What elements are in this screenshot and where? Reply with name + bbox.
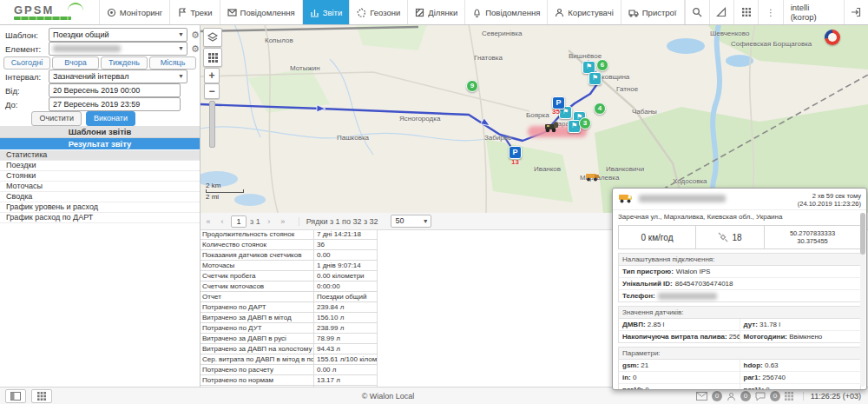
template-wrench-icon[interactable]: ⚙	[191, 30, 200, 41]
action-buttons: Очистити Виконати	[0, 111, 135, 126]
section-engine-hours[interactable]: Моточасы	[0, 182, 200, 192]
cluster-badge[interactable]: 9	[466, 80, 478, 92]
apps-grid-button[interactable]	[31, 389, 52, 403]
event-flag-marker[interactable]: ⚑	[589, 72, 602, 85]
table-row: Счетчик моточасов0:00:00	[201, 281, 378, 292]
report-sections-list: Статистика Поездки Стоянки Моточасы Свод…	[0, 150, 200, 223]
table-row: Моточасы1 днів 9:07:14	[201, 261, 378, 271]
zoom-slider[interactable]	[209, 101, 215, 148]
range-month-button[interactable]: Місяць	[149, 56, 196, 70]
next-page-button[interactable]: ›	[264, 217, 274, 226]
driver-counter-button[interactable]	[727, 392, 736, 401]
execute-button[interactable]: Виконати	[86, 111, 135, 126]
tab-geofences[interactable]: Геозони	[349, 0, 407, 24]
map-refresh-icon[interactable]	[825, 30, 840, 45]
element-wrench-icon[interactable]: ⚙	[191, 43, 200, 55]
map-label: Боярка	[526, 111, 549, 119]
parking-marker[interactable]: P	[509, 146, 522, 159]
rows-info-label: Рядки з 1 по 32 з 32	[299, 217, 378, 226]
redacted-unit-name	[639, 195, 726, 202]
scale-mi-label: 2 mi	[206, 193, 244, 201]
templates-section-header[interactable]: Шаблони звітів	[0, 126, 200, 138]
sensors-box: Значення датчиків: ДМВП: 2.85 l дут: 31.…	[618, 306, 861, 343]
first-page-button[interactable]: «	[203, 217, 214, 226]
template-select[interactable]: Поездки общий▼	[49, 28, 187, 42]
map-canvas[interactable]: Копылов Северинівка Шевченково Софиевска…	[200, 24, 868, 213]
unit-satellites: 18	[696, 226, 765, 248]
tab-areas[interactable]: Ділянки	[407, 0, 464, 24]
prev-page-button[interactable]: ‹	[217, 217, 227, 226]
to-date-input[interactable]: 27 Вересень 2019 23:59	[49, 97, 181, 111]
section-dart-chart[interactable]: График расход по ДАРТ	[0, 213, 200, 223]
apps-button[interactable]	[733, 0, 758, 24]
ruler-button[interactable]	[709, 0, 733, 24]
user-icon	[727, 392, 736, 401]
tab-users[interactable]: Користувачі	[547, 0, 620, 24]
scrollbar-thumb[interactable]	[860, 213, 865, 255]
tab-messages[interactable]: Повідомлення	[220, 0, 302, 24]
cluster-badge[interactable]: 4	[594, 103, 606, 115]
range-today-button[interactable]: Сьогодні	[3, 56, 50, 70]
table-row: Потрачено по ДАРТ239.84 л	[201, 302, 378, 313]
from-date-input[interactable]: 20 Вересень 2019 00:00	[49, 83, 181, 97]
device-type-row: Тип пристрою:Wialon IPS	[619, 266, 860, 278]
user-menu[interactable]: intelli (korop)	[783, 0, 844, 24]
element-select[interactable]: ▼	[49, 42, 187, 56]
truck-icon	[628, 8, 639, 17]
chevron-down-icon: ▼	[178, 70, 184, 83]
top-bar: GPSM Моніторинг Треки Повідомлення Звіти	[0, 0, 868, 25]
interval-select[interactable]: Зазначений інтервал▼	[49, 70, 187, 83]
chat-counter-button[interactable]	[755, 392, 766, 401]
unique-id-row: Унікальний ID:864547036474018	[619, 278, 860, 290]
param-row: gsm: 21 hdop: 0.63	[619, 360, 860, 372]
parking-count-label: 13	[511, 158, 519, 166]
panel-layout-icon	[10, 392, 21, 401]
parking-count-label: 35	[552, 108, 560, 116]
search-button[interactable]	[685, 0, 709, 24]
unit-vehicle-marker[interactable]	[543, 122, 561, 133]
phone-row: Телефон:	[619, 290, 860, 301]
range-week-button[interactable]: Тиждень	[101, 56, 148, 70]
monitoring-icon	[107, 8, 116, 17]
map-grid-button[interactable]	[203, 48, 222, 67]
envelope-icon	[696, 392, 707, 401]
section-level-chart[interactable]: График уровень и расход	[0, 202, 200, 213]
app-logo: GPSM	[0, 0, 99, 24]
chat-bubble-icon	[755, 392, 766, 401]
section-parkings[interactable]: Стоянки	[0, 171, 200, 182]
map-label: Ходосовка	[673, 177, 707, 185]
zoom-out-button[interactable]: −	[204, 83, 220, 99]
report-result-header[interactable]: Результат звіту	[0, 138, 200, 149]
unit-vehicle-marker[interactable]	[585, 172, 601, 182]
tab-reports[interactable]: Звіти	[302, 0, 350, 24]
tab-units[interactable]: Пристрої	[621, 0, 685, 24]
map-label: Копылов	[265, 36, 293, 44]
zoom-in-button[interactable]: +	[204, 68, 220, 83]
current-page-input[interactable]: 1	[231, 215, 247, 228]
geofence-icon	[357, 8, 366, 17]
section-statistics[interactable]: Статистика	[0, 150, 200, 161]
cluster-badge[interactable]: 6	[596, 59, 608, 71]
cluster-badge[interactable]: 3	[579, 117, 591, 129]
tab-monitoring[interactable]: Моніторинг	[99, 0, 170, 24]
page-size-select[interactable]: 50▼	[391, 215, 431, 228]
range-yesterday-button[interactable]: Вчора	[52, 56, 99, 70]
more-button[interactable]: ⋮	[758, 0, 782, 24]
chevron-down-icon: ▼	[178, 29, 184, 41]
section-trips[interactable]: Поездки	[0, 161, 200, 171]
map-layers-button[interactable]	[203, 28, 222, 47]
collapse-panel-button[interactable]	[5, 389, 26, 403]
popup-scrollbar[interactable]	[860, 213, 865, 387]
section-summary[interactable]: Сводка	[0, 192, 200, 202]
template-row: Шаблон: Поездки общий▼ ⚙	[0, 28, 200, 42]
messages-counter-button[interactable]	[696, 392, 707, 401]
tab-notifications[interactable]: Повідомлення	[464, 0, 547, 24]
clear-button[interactable]: Очистити	[31, 111, 82, 126]
table-row: Витрачено за ДАВП на холостому ходу94.43…	[201, 344, 378, 354]
tab-tracks[interactable]: Треки	[169, 0, 219, 24]
last-page-button[interactable]: »	[278, 217, 288, 226]
connection-header: Налаштування підключення:	[619, 254, 860, 266]
unit-address: Заречная ул., Мархаливка, Киевская обл.,…	[613, 209, 866, 223]
logout-button[interactable]	[844, 0, 868, 24]
apps-button[interactable]	[785, 392, 793, 401]
